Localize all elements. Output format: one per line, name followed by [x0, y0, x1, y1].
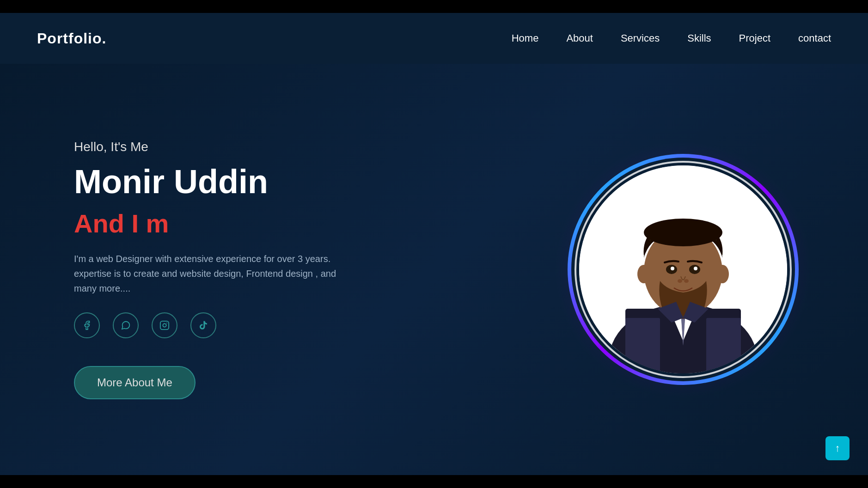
hero-name: Monir Uddin	[74, 164, 351, 200]
bottom-bar	[0, 475, 868, 488]
facebook-icon[interactable]	[74, 312, 100, 338]
hero-content: Hello, It's Me Monir Uddin And I m I'm a…	[74, 140, 351, 400]
more-about-me-button[interactable]: More About Me	[74, 366, 196, 399]
hero-bio: I'm a web Designer with extensive experi…	[74, 251, 351, 296]
svg-rect-0	[160, 321, 169, 329]
nav-about[interactable]: About	[566, 32, 593, 44]
svg-point-11	[694, 267, 697, 270]
whatsapp-icon[interactable]	[113, 312, 139, 338]
nav-skills[interactable]: Skills	[687, 32, 711, 44]
svg-point-13	[684, 279, 689, 283]
hero-section: Hello, It's Me Monir Uddin And I m I'm a…	[0, 64, 868, 475]
greeting-text: Hello, It's Me	[74, 140, 351, 154]
top-bar	[0, 0, 868, 13]
nav-home[interactable]: Home	[512, 32, 539, 44]
hero-role: And I m	[74, 209, 351, 238]
nav-project[interactable]: Project	[739, 32, 770, 44]
svg-point-14	[637, 265, 650, 283]
navigation: Home About Services Skills Project conta…	[512, 32, 831, 44]
profile-image	[579, 165, 787, 373]
profile-ring-container	[563, 149, 803, 390]
svg-point-15	[716, 265, 729, 283]
nav-contact[interactable]: contact	[798, 32, 831, 44]
nav-services[interactable]: Services	[621, 32, 660, 44]
scroll-top-button[interactable]: ↑	[825, 436, 850, 460]
svg-point-12	[678, 279, 682, 283]
hero-profile	[563, 149, 803, 390]
social-icons-container	[74, 312, 351, 338]
header: Portfolio. Home About Services Skills Pr…	[0, 13, 868, 64]
logo: Portfolio.	[37, 30, 106, 47]
tiktok-icon[interactable]	[190, 312, 216, 338]
arrow-up-icon: ↑	[835, 442, 840, 454]
svg-point-10	[671, 267, 674, 270]
instagram-icon[interactable]	[152, 312, 177, 338]
